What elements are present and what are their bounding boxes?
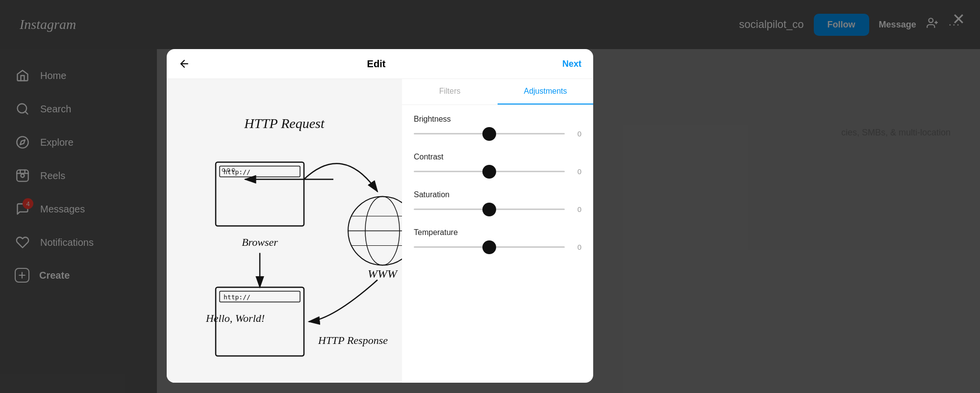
adjustments-list: Brightness 0 Contrast 0 Saturati — [402, 105, 593, 261]
contrast-slider[interactable] — [414, 171, 565, 172]
svg-text:Browser: Browser — [242, 236, 278, 248]
next-button[interactable]: Next — [562, 59, 581, 69]
svg-text:HTTP Response: HTTP Response — [318, 334, 388, 346]
saturation-value: 0 — [572, 205, 581, 213]
tab-adjustments[interactable]: Adjustments — [498, 79, 593, 105]
brightness-value: 0 — [572, 130, 581, 138]
adjustment-temperature: Temperature 0 — [414, 228, 581, 251]
adjustment-contrast: Contrast 0 — [414, 153, 581, 176]
modal-title: Edit — [367, 58, 386, 70]
svg-text:http://: http:// — [224, 168, 251, 176]
temperature-value: 0 — [572, 243, 581, 251]
modal-body: HTTP Request http:// — [167, 79, 593, 383]
tab-filters[interactable]: Filters — [402, 79, 498, 105]
adjustment-brightness: Brightness 0 — [414, 115, 581, 138]
adjustment-saturation: Saturation 0 — [414, 190, 581, 213]
contrast-value: 0 — [572, 167, 581, 176]
svg-text:WWW: WWW — [368, 267, 398, 280]
saturation-label: Saturation — [414, 190, 581, 199]
temperature-label: Temperature — [414, 228, 581, 237]
brightness-label: Brightness — [414, 115, 581, 124]
svg-text:HTTP Request: HTTP Request — [244, 116, 325, 131]
tab-row: Filters Adjustments — [402, 79, 593, 105]
brightness-slider[interactable] — [414, 133, 565, 134]
back-button[interactable] — [178, 58, 190, 70]
image-area: HTTP Request http:// — [167, 79, 402, 383]
svg-text:Hello, World!: Hello, World! — [205, 312, 265, 324]
edit-modal: Edit Next HTTP Request http:// — [167, 49, 593, 383]
contrast-label: Contrast — [414, 153, 581, 161]
adjustments-panel: Filters Adjustments Brightness 0 Contras… — [402, 79, 593, 383]
saturation-slider[interactable] — [414, 209, 565, 210]
modal-header: Edit Next — [167, 49, 593, 79]
svg-text:http://: http:// — [224, 293, 251, 301]
temperature-slider[interactable] — [414, 246, 565, 248]
